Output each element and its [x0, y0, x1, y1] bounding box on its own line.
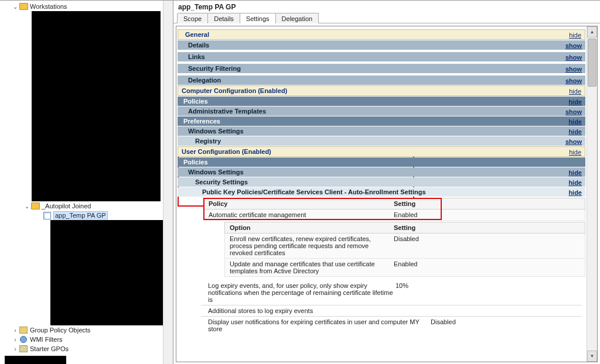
cell-option: Enroll new certificates, renew expired c… — [225, 233, 389, 258]
toggle-link[interactable]: hide — [568, 128, 582, 135]
chevron-right-icon[interactable]: › — [12, 336, 19, 343]
redacted-block — [32, 11, 161, 201]
toggle-link[interactable]: hide — [568, 118, 582, 125]
tree-label: WMI Filters — [30, 336, 63, 343]
cell-option: Update and manage certificates that use … — [225, 259, 389, 276]
row-delegation[interactable]: Delegation show — [178, 75, 585, 85]
column-header-setting: Setting — [389, 222, 451, 233]
cell-policy: Automatic certificate management — [204, 210, 389, 220]
tree-label: _Autopilot Joined — [42, 202, 91, 210]
toggle-link[interactable]: show — [565, 77, 582, 84]
row-admin-templates[interactable]: Administrative Templates show — [178, 107, 585, 116]
row-title: Windows Settings — [178, 126, 585, 136]
row-registry[interactable]: Registry show — [178, 136, 585, 146]
tree-label: Workstations — [30, 3, 67, 10]
row-title: Public Key Policies/Certificate Services… — [178, 187, 585, 197]
toggle-link[interactable]: show — [565, 108, 582, 115]
toggle-link[interactable]: show — [565, 66, 582, 73]
toggle-link[interactable]: hide — [569, 88, 581, 95]
table-row: Automatic certificate management Enabled — [203, 210, 585, 221]
toggle-link[interactable]: hide — [569, 32, 581, 39]
row-security-filtering[interactable]: Security Filtering show — [178, 64, 585, 73]
row-links[interactable]: Links show — [178, 52, 585, 61]
settings-report-frame: General hide Details show Links show Sec… — [176, 26, 598, 362]
scroll-thumb[interactable] — [588, 39, 596, 87]
section-user-configuration[interactable]: User Configuration (Enabled) hide — [178, 146, 585, 157]
starter-gpo-icon — [19, 345, 28, 353]
chevron-down-icon[interactable]: ⌄ — [12, 4, 19, 10]
scroll-up-button[interactable]: ▲ — [587, 26, 597, 37]
row-title: Preferences — [178, 116, 585, 126]
navigation-tree[interactable]: ⌄ Workstations ⌄ _Autopilot Joined — [0, 1, 173, 364]
info-row: Log expiry events, and, for user policy,… — [203, 280, 585, 305]
row-windows-settings-comp[interactable]: Windows Settings hide — [178, 126, 585, 136]
details-pane: app_Temp PA GP Scope Details Settings De… — [173, 1, 600, 364]
tree-node-gpo[interactable]: › Group Policy Objects — [12, 325, 173, 335]
tab-details[interactable]: Details — [207, 13, 240, 23]
row-windows-settings-user[interactable]: Windows Settings hide — [178, 167, 585, 177]
policy-table: Policy Setting Automatic certificate man… — [203, 198, 585, 221]
tree-node-wmi[interactable]: › WMI Filters — [12, 335, 173, 344]
filter-icon — [19, 335, 28, 344]
tree-scrollbar[interactable] — [163, 1, 173, 364]
toggle-link[interactable]: show — [565, 138, 582, 145]
info-row: Additional stores to log expiry events — [203, 305, 585, 316]
row-title: Policies — [178, 97, 585, 106]
toggle-link[interactable]: hide — [568, 98, 582, 105]
info-row: Display user notifications for expiring … — [203, 317, 585, 334]
scroll-track[interactable] — [587, 37, 597, 351]
row-pkp[interactable]: Public Key Policies/Certificate Services… — [178, 187, 585, 197]
section-title: User Configuration (Enabled) — [178, 147, 585, 156]
folder-icon — [30, 202, 40, 210]
toggle-link[interactable]: hide — [568, 189, 582, 196]
row-title: Details — [178, 40, 585, 50]
gpo-link-icon — [42, 211, 52, 219]
row-security-settings[interactable]: Security Settings hide — [178, 177, 585, 187]
column-header-policy: Policy — [204, 198, 389, 209]
tree-node-apptemp[interactable]: app_Temp PA GP — [35, 211, 173, 220]
row-policies-comp[interactable]: Policies hide — [178, 97, 585, 106]
info-text: Additional stores to log expiry events — [208, 307, 396, 314]
chevron-right-icon[interactable]: › — [12, 346, 19, 352]
row-title: Delegation — [178, 75, 585, 85]
toggle-link[interactable]: show — [565, 42, 582, 49]
column-header-setting: Setting — [389, 198, 451, 209]
tab-delegation[interactable]: Delegation — [275, 13, 319, 23]
tab-settings[interactable]: Settings — [240, 13, 276, 23]
tree-label-selected: app_Temp PA GP — [53, 211, 108, 219]
tree-node-workstations[interactable]: ⌄ Workstations — [12, 2, 173, 11]
tree-label: Group Policy Objects — [30, 327, 90, 334]
column-header-option: Option — [225, 222, 389, 233]
section-general[interactable]: General hide — [178, 29, 585, 40]
toggle-link[interactable]: hide — [568, 169, 582, 176]
redacted-block — [5, 356, 66, 364]
app-root: ⌄ Workstations ⌄ _Autopilot Joined — [0, 0, 600, 364]
toggle-link[interactable]: hide — [569, 149, 581, 156]
row-details[interactable]: Details show — [178, 40, 585, 50]
row-title: Security Filtering — [178, 64, 585, 73]
tab-scope[interactable]: Scope — [177, 13, 208, 23]
scroll-down-button[interactable]: ▼ — [587, 351, 597, 362]
tree-node-starter[interactable]: › Starter GPOs — [12, 344, 173, 353]
cell-setting: Enabled — [389, 210, 451, 220]
navigation-tree-pane: ⌄ Workstations ⌄ _Autopilot Joined — [0, 1, 173, 364]
info-value: Disabled — [431, 318, 483, 332]
chevron-right-icon[interactable]: › — [12, 327, 19, 334]
cell-setting: Disabled — [389, 233, 451, 258]
vertical-scrollbar[interactable]: ▲ ▼ — [587, 26, 597, 362]
tree-node-autopilot[interactable]: ⌄ _Autopilot Joined — [23, 201, 173, 211]
table-row: Enroll new certificates, renew expired c… — [224, 233, 585, 259]
section-title: Computer Configuration (Enabled) — [178, 86, 585, 95]
row-title: Administrative Templates — [178, 107, 585, 116]
toggle-link[interactable]: show — [565, 54, 582, 61]
row-preferences-comp[interactable]: Preferences hide — [178, 116, 585, 126]
row-title: Windows Settings — [178, 167, 585, 177]
section-computer-configuration[interactable]: Computer Configuration (Enabled) hide — [178, 85, 585, 96]
redacted-block — [50, 220, 171, 325]
row-policies-user[interactable]: Policies — [178, 157, 585, 167]
chevron-down-icon[interactable]: ⌄ — [23, 203, 30, 210]
tab-bar: Scope Details Settings Delegation — [173, 11, 600, 23]
toggle-link[interactable]: hide — [568, 179, 582, 186]
table-header: Option Setting — [224, 222, 585, 233]
table-header: Policy Setting — [203, 198, 585, 210]
